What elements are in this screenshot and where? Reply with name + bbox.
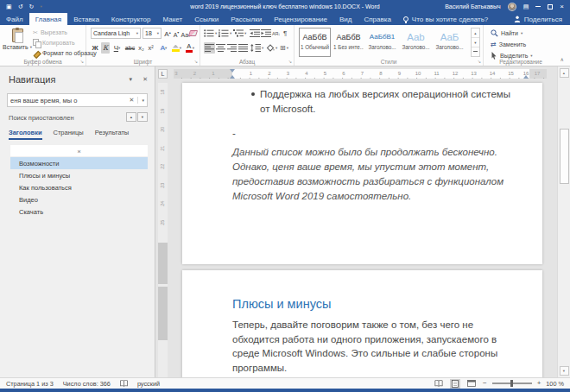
bullet-paragraph[interactable]: Поддержка на любых версиях операционной … — [260, 87, 510, 116]
superscript-button[interactable]: x² — [146, 42, 155, 54]
subscript-button[interactable]: x₂ — [136, 42, 146, 54]
word-count[interactable]: Число слов: 366 — [63, 380, 111, 388]
bullets-button[interactable]: ▾ — [204, 28, 217, 39]
print-layout-icon[interactable] — [450, 379, 460, 389]
heading-item[interactable]: Возможности — [10, 157, 148, 169]
language-indicator[interactable]: русский — [137, 380, 160, 388]
close-icon[interactable]: × — [560, 3, 564, 10]
tab-review[interactable]: Рецензирование — [268, 13, 333, 25]
nav-tab-pages[interactable]: Страницы — [54, 129, 84, 140]
clear-formatting-icon[interactable] — [188, 30, 198, 36]
minimize-icon[interactable] — [535, 6, 541, 7]
paragraph-dialog-launcher-icon[interactable]: ↘ — [288, 60, 292, 64]
tab-mailings[interactable]: Рассылки — [225, 13, 268, 25]
ribbon-display-options-icon[interactable]: ▤ — [523, 3, 529, 10]
shading-button[interactable]: ▾ — [266, 42, 277, 54]
strikethrough-button[interactable]: abc — [124, 42, 136, 54]
tab-references[interactable]: Ссылки — [188, 13, 225, 25]
font-dialog-launcher-icon[interactable]: ↘ — [194, 60, 198, 64]
document-heading[interactable]: Плюсы и минусы — [232, 297, 331, 311]
hanging-indent-marker[interactable] — [230, 73, 235, 79]
document-page-1[interactable]: Поддержка на любых версиях операционной … — [182, 83, 542, 264]
font-size-combobox[interactable]: 18 ▾ — [142, 28, 162, 39]
save-icon[interactable]: ▣ — [6, 3, 12, 10]
tab-help[interactable]: Справка — [358, 13, 396, 25]
clipboard-dialog-launcher-icon[interactable]: ↘ — [80, 60, 84, 64]
previous-result-button[interactable]: ▴ — [126, 112, 136, 122]
vertical-scrollbar[interactable]: ▴ ▾ — [557, 66, 570, 377]
cut-button[interactable]: ✂ Вырезать — [33, 28, 67, 37]
highlight-button[interactable]: ▾ — [170, 42, 183, 54]
customize-qat-icon[interactable]: ▾ — [40, 4, 41, 9]
heading-item[interactable]: Скачать — [10, 205, 148, 218]
italic-button[interactable]: К — [101, 42, 110, 54]
scroll-down-icon[interactable]: ▾ — [560, 366, 569, 376]
vertical-ruler[interactable]: 18 19 20 21 22 23 24 25 — [158, 83, 168, 377]
undo-icon[interactable]: ↺ — [18, 3, 23, 10]
line-spacing-button[interactable]: ▾ — [250, 42, 263, 54]
justify-button[interactable] — [238, 42, 248, 54]
search-clear-icon[interactable]: ✕ — [126, 97, 139, 104]
text-effects-button[interactable]: А▾ — [158, 42, 169, 54]
bold-button[interactable]: Ж — [91, 42, 99, 54]
numbering-button[interactable]: ▾ — [218, 28, 231, 39]
zoom-slider[interactable] — [492, 383, 532, 384]
scrollbar-thumb[interactable] — [560, 129, 569, 184]
tab-stop-selector[interactable]: L — [158, 69, 168, 79]
navigation-close-icon[interactable]: ✕ — [142, 76, 148, 83]
zoom-in-icon[interactable]: + — [537, 380, 542, 387]
align-right-button[interactable] — [227, 42, 237, 54]
align-left-button[interactable] — [204, 42, 215, 54]
replace-button[interactable]: ⇄ Заменить — [491, 39, 526, 49]
share-button[interactable]: Поделиться — [506, 13, 570, 25]
collapse-ribbon-icon[interactable]: ∧ — [560, 56, 564, 62]
tab-layout[interactable]: Макет — [156, 13, 188, 25]
borders-button[interactable]: ⊞ ▾ — [280, 42, 288, 54]
zoom-level[interactable]: 100 % — [546, 380, 564, 388]
font-family-combobox[interactable]: Candara Ligh ▾ — [91, 28, 141, 39]
zoom-slider-thumb[interactable] — [510, 380, 514, 388]
read-mode-icon[interactable] — [433, 379, 445, 388]
show-marks-button[interactable]: ¶ — [283, 28, 287, 39]
italic-paragraph[interactable]: Данный список можно было бы продолжать б… — [232, 145, 504, 204]
web-layout-icon[interactable] — [466, 379, 478, 388]
nav-tab-results[interactable]: Результаты — [95, 129, 130, 140]
heading-item[interactable]: Видео — [10, 193, 148, 205]
font-color-button[interactable]: А ▾ — [184, 42, 196, 54]
page-indicator[interactable]: Страница 1 из 3 — [6, 380, 54, 388]
style-heading2[interactable]: Аab Заголово... — [400, 28, 432, 57]
shrink-font-button[interactable]: А▾ — [172, 28, 180, 39]
heading-item-empty[interactable]: ж — [10, 145, 148, 156]
styles-dialog-launcher-icon[interactable]: ↘ — [478, 60, 481, 64]
copy-button[interactable]: Копировать — [33, 38, 75, 47]
horizontal-ruler[interactable]: 3 2 1 1 2 3 4 5 6 7 8 9 10 11 12 13 14 1… — [174, 69, 547, 79]
document-page-2[interactable]: Плюсы и минусы Теперь, давайте поговорим… — [182, 270, 542, 377]
heading-item[interactable]: Плюсы и минусы — [10, 169, 148, 181]
underline-button[interactable]: Ч▾ — [111, 42, 123, 54]
styles-scroll-down-icon[interactable]: ▾ — [472, 38, 479, 47]
style-heading1[interactable]: АаБбВ1 Заголово... — [366, 28, 398, 57]
tab-file[interactable]: Файл — [0, 13, 29, 25]
tab-view[interactable]: Вид — [333, 13, 358, 25]
redo-icon[interactable]: ↻ — [29, 3, 35, 10]
paste-button[interactable]: Вставить▾ — [4, 28, 30, 60]
dash-paragraph[interactable]: - — [232, 128, 236, 138]
style-normal[interactable]: АаБбВ 1 Обычный — [299, 28, 331, 57]
tab-home[interactable]: Главная — [29, 13, 67, 25]
scroll-up-icon[interactable]: ▴ — [560, 68, 569, 78]
user-name[interactable]: Василий Батькавыч — [445, 3, 501, 9]
style-heading3[interactable]: АаБ Заголово... — [434, 28, 466, 57]
proofing-icon[interactable] — [120, 380, 128, 387]
nav-tab-headings[interactable]: Заголовки — [9, 129, 42, 140]
tab-insert[interactable]: Вставка — [67, 13, 105, 25]
align-center-button[interactable] — [216, 42, 225, 54]
search-options-caret-icon[interactable]: ▾ — [138, 98, 144, 103]
multilevel-list-button[interactable]: ▾ — [233, 28, 246, 39]
body-paragraph[interactable]: Теперь, давайте поговорим также о том, б… — [232, 318, 497, 375]
navigation-options-caret-icon[interactable]: ▾ — [130, 76, 133, 83]
sort-button[interactable]: АЯ↓ — [272, 28, 280, 39]
styles-scroll-up-icon[interactable]: ▴ — [472, 28, 479, 38]
increase-indent-button[interactable] — [261, 28, 271, 39]
restore-icon[interactable] — [548, 4, 553, 9]
avatar[interactable] — [508, 3, 516, 11]
